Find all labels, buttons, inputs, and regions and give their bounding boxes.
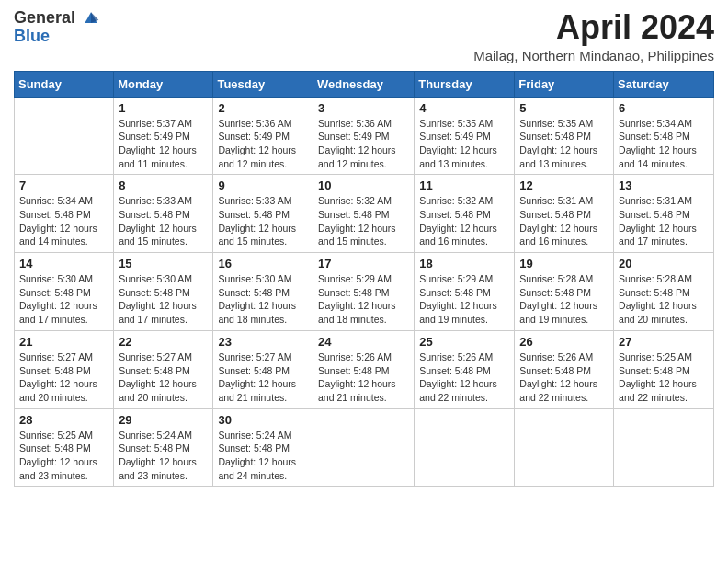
day-number: 15: [119, 257, 208, 270]
day-info: Sunrise: 5:25 AMSunset: 5:48 PMDaylight:…: [19, 429, 108, 483]
calendar-cell: 29Sunrise: 5:24 AMSunset: 5:48 PMDayligh…: [114, 408, 213, 487]
day-info: Sunrise: 5:26 AMSunset: 5:48 PMDaylight:…: [318, 350, 409, 405]
day-info: Sunrise: 5:27 AMSunset: 5:48 PMDaylight:…: [19, 350, 108, 405]
header-tuesday: Tuesday: [213, 71, 313, 97]
day-number: 24: [318, 335, 409, 349]
day-info: Sunrise: 5:34 AMSunset: 5:48 PMDaylight:…: [619, 117, 709, 171]
calendar-cell: 9Sunrise: 5:33 AMSunset: 5:48 PMDaylight…: [213, 175, 313, 253]
day-number: 4: [419, 101, 509, 115]
day-info: Sunrise: 5:31 AMSunset: 5:48 PMDaylight:…: [619, 194, 709, 248]
svg-marker-1: [91, 13, 98, 24]
header-sunday: Sunday: [15, 71, 114, 97]
day-info: Sunrise: 5:28 AMSunset: 5:48 PMDaylight:…: [619, 272, 709, 327]
calendar-cell: [614, 408, 714, 487]
day-info: Sunrise: 5:26 AMSunset: 5:48 PMDaylight:…: [519, 350, 609, 405]
day-number: 30: [218, 413, 308, 427]
page-header: General Blue April 2024 Mailag, Northern…: [14, 9, 714, 63]
day-number: 13: [619, 178, 709, 192]
day-info: Sunrise: 5:24 AMSunset: 5:48 PMDaylight:…: [119, 429, 208, 483]
calendar-cell: 4Sunrise: 5:35 AMSunset: 5:49 PMDaylight…: [415, 97, 515, 175]
calendar-cell: [313, 408, 414, 487]
day-number: 3: [318, 101, 409, 115]
day-number: 8: [119, 178, 208, 192]
day-info: Sunrise: 5:37 AMSunset: 5:49 PMDaylight:…: [119, 117, 208, 171]
day-number: 2: [218, 101, 308, 115]
day-number: 21: [19, 335, 108, 349]
day-info: Sunrise: 5:25 AMSunset: 5:48 PMDaylight:…: [619, 350, 709, 405]
calendar-cell: 19Sunrise: 5:28 AMSunset: 5:48 PMDayligh…: [515, 253, 614, 331]
day-info: Sunrise: 5:26 AMSunset: 5:48 PMDaylight:…: [419, 350, 509, 405]
calendar-cell: 28Sunrise: 5:25 AMSunset: 5:48 PMDayligh…: [15, 408, 114, 487]
location-subtitle: Mailag, Northern Mindanao, Philippines: [473, 48, 714, 63]
day-number: 27: [619, 335, 709, 349]
day-number: 14: [19, 257, 108, 270]
calendar-cell: 23Sunrise: 5:27 AMSunset: 5:48 PMDayligh…: [213, 330, 313, 408]
day-info: Sunrise: 5:33 AMSunset: 5:48 PMDaylight:…: [119, 194, 208, 248]
logo: General Blue: [14, 9, 100, 46]
day-number: 9: [218, 178, 308, 192]
day-number: 23: [218, 335, 308, 349]
day-info: Sunrise: 5:34 AMSunset: 5:48 PMDaylight:…: [19, 194, 108, 248]
day-number: 1: [119, 101, 208, 115]
calendar-cell: 22Sunrise: 5:27 AMSunset: 5:48 PMDayligh…: [114, 330, 213, 408]
calendar-cell: 2Sunrise: 5:36 AMSunset: 5:49 PMDaylight…: [213, 97, 313, 175]
day-info: Sunrise: 5:32 AMSunset: 5:48 PMDaylight:…: [419, 194, 509, 248]
calendar-week-row: 7Sunrise: 5:34 AMSunset: 5:48 PMDaylight…: [15, 175, 714, 253]
calendar-table: SundayMondayTuesdayWednesdayThursdayFrid…: [14, 71, 714, 488]
day-number: 6: [619, 101, 709, 115]
day-number: 28: [19, 413, 108, 427]
day-number: 26: [519, 335, 609, 349]
day-number: 18: [419, 257, 509, 270]
day-info: Sunrise: 5:35 AMSunset: 5:48 PMDaylight:…: [519, 117, 609, 171]
day-number: 5: [519, 101, 609, 115]
day-info: Sunrise: 5:29 AMSunset: 5:48 PMDaylight:…: [419, 272, 509, 327]
calendar-cell: 15Sunrise: 5:30 AMSunset: 5:48 PMDayligh…: [114, 253, 213, 331]
day-info: Sunrise: 5:36 AMSunset: 5:49 PMDaylight:…: [218, 117, 308, 171]
calendar-cell: 6Sunrise: 5:34 AMSunset: 5:48 PMDaylight…: [614, 97, 714, 175]
logo-blue: Blue: [14, 28, 100, 46]
logo-general: General: [14, 9, 100, 28]
calendar-cell: 26Sunrise: 5:26 AMSunset: 5:48 PMDayligh…: [515, 330, 614, 408]
calendar-cell: 14Sunrise: 5:30 AMSunset: 5:48 PMDayligh…: [15, 253, 114, 331]
calendar-cell: 3Sunrise: 5:36 AMSunset: 5:49 PMDaylight…: [313, 97, 414, 175]
header-friday: Friday: [515, 71, 614, 97]
calendar-cell: 30Sunrise: 5:24 AMSunset: 5:48 PMDayligh…: [213, 408, 313, 487]
day-number: 25: [419, 335, 509, 349]
calendar-cell: 27Sunrise: 5:25 AMSunset: 5:48 PMDayligh…: [614, 330, 714, 408]
day-number: 16: [218, 257, 308, 270]
day-info: Sunrise: 5:30 AMSunset: 5:48 PMDaylight:…: [119, 272, 208, 327]
header-saturday: Saturday: [614, 71, 714, 97]
day-info: Sunrise: 5:30 AMSunset: 5:48 PMDaylight:…: [218, 272, 308, 327]
day-info: Sunrise: 5:27 AMSunset: 5:48 PMDaylight:…: [218, 350, 308, 405]
calendar-cell: 11Sunrise: 5:32 AMSunset: 5:48 PMDayligh…: [415, 175, 515, 253]
day-number: 20: [619, 257, 709, 270]
day-info: Sunrise: 5:33 AMSunset: 5:48 PMDaylight:…: [218, 194, 308, 248]
calendar-week-row: 14Sunrise: 5:30 AMSunset: 5:48 PMDayligh…: [15, 253, 714, 331]
header-monday: Monday: [114, 71, 213, 97]
day-info: Sunrise: 5:28 AMSunset: 5:48 PMDaylight:…: [519, 272, 609, 327]
day-info: Sunrise: 5:36 AMSunset: 5:49 PMDaylight:…: [318, 117, 409, 171]
calendar-cell: 20Sunrise: 5:28 AMSunset: 5:48 PMDayligh…: [614, 253, 714, 331]
calendar-cell: [415, 408, 515, 487]
month-title: April 2024: [473, 9, 714, 46]
calendar-cell: 25Sunrise: 5:26 AMSunset: 5:48 PMDayligh…: [415, 330, 515, 408]
day-number: 17: [318, 257, 409, 270]
header-thursday: Thursday: [415, 71, 515, 97]
day-info: Sunrise: 5:29 AMSunset: 5:48 PMDaylight:…: [318, 272, 409, 327]
day-info: Sunrise: 5:31 AMSunset: 5:48 PMDaylight:…: [519, 194, 609, 248]
calendar-week-row: 1Sunrise: 5:37 AMSunset: 5:49 PMDaylight…: [15, 97, 714, 175]
day-info: Sunrise: 5:24 AMSunset: 5:48 PMDaylight:…: [218, 429, 308, 483]
calendar-cell: [15, 97, 114, 175]
calendar-header-row: SundayMondayTuesdayWednesdayThursdayFrid…: [15, 71, 714, 97]
day-number: 11: [419, 178, 509, 192]
calendar-cell: [515, 408, 614, 487]
calendar-cell: 12Sunrise: 5:31 AMSunset: 5:48 PMDayligh…: [515, 175, 614, 253]
day-info: Sunrise: 5:35 AMSunset: 5:49 PMDaylight:…: [419, 117, 509, 171]
calendar-cell: 18Sunrise: 5:29 AMSunset: 5:48 PMDayligh…: [415, 253, 515, 331]
day-number: 29: [119, 413, 208, 427]
calendar-cell: 10Sunrise: 5:32 AMSunset: 5:48 PMDayligh…: [313, 175, 414, 253]
day-number: 12: [519, 178, 609, 192]
calendar-cell: 21Sunrise: 5:27 AMSunset: 5:48 PMDayligh…: [15, 330, 114, 408]
day-info: Sunrise: 5:32 AMSunset: 5:48 PMDaylight:…: [318, 194, 409, 248]
day-number: 7: [19, 178, 108, 192]
